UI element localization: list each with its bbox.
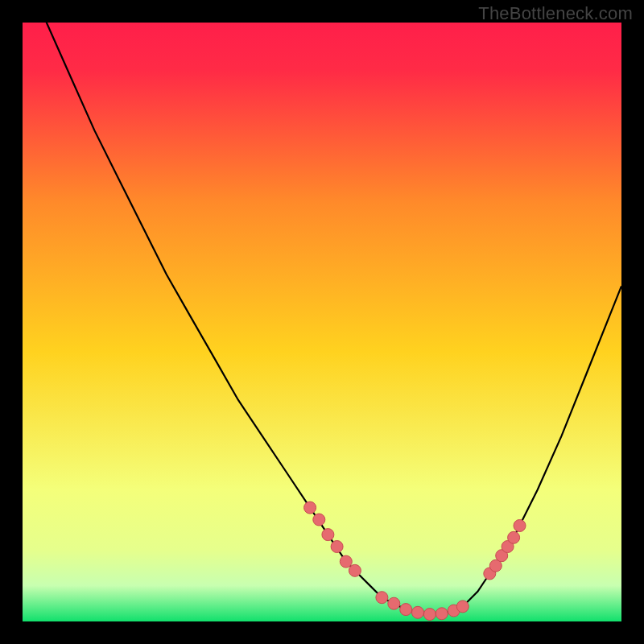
marker-point xyxy=(322,529,334,541)
marker-point xyxy=(400,604,412,616)
marker-point xyxy=(388,597,400,609)
marker-point xyxy=(514,520,526,532)
marker-point xyxy=(412,606,424,618)
marker-point xyxy=(376,592,388,604)
gradient-bg xyxy=(23,23,621,621)
marker-point xyxy=(304,502,316,514)
marker-point xyxy=(349,564,361,576)
marker-point xyxy=(423,609,436,621)
chart-svg xyxy=(23,23,621,621)
marker-point xyxy=(313,514,325,526)
marker-point xyxy=(331,541,343,553)
marker-point xyxy=(436,608,448,620)
watermark-text: TheBottleneck.com xyxy=(478,3,633,24)
marker-point xyxy=(508,531,520,543)
chart-area xyxy=(23,23,621,621)
marker-point xyxy=(456,601,469,613)
marker-point xyxy=(340,555,352,568)
